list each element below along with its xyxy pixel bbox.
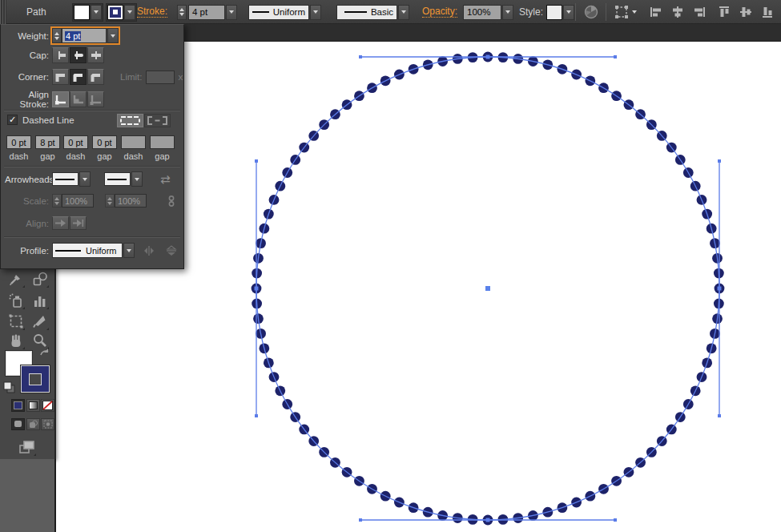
artboard-tool[interactable] xyxy=(6,312,26,331)
chevron-down-icon xyxy=(566,10,571,14)
profile-select[interactable]: Uniform xyxy=(52,243,123,258)
style-control xyxy=(546,0,574,24)
stroke-dropdown-button[interactable] xyxy=(124,5,135,20)
gap-input-1[interactable]: 8 pt xyxy=(35,135,60,149)
line-preview-icon xyxy=(107,179,127,180)
dash-input-2[interactable]: 0 pt xyxy=(63,135,88,149)
draw-behind-button[interactable] xyxy=(26,418,40,430)
limit-input xyxy=(146,71,175,84)
preserve-dashes-button[interactable] xyxy=(117,114,143,127)
none-mode-button[interactable] xyxy=(41,399,54,412)
line-preview-icon xyxy=(55,179,74,180)
align-right-button[interactable] xyxy=(692,0,707,24)
stepper-down-icon xyxy=(54,202,59,205)
stroke-panel-link[interactable]: Stroke: xyxy=(137,0,167,24)
align-left-button[interactable] xyxy=(649,0,663,24)
align-stroke-center-button[interactable] xyxy=(52,91,69,107)
line-preview-icon xyxy=(252,11,269,13)
default-fill-stroke-icon[interactable] xyxy=(3,381,15,393)
swap-fill-stroke-icon[interactable] xyxy=(38,348,50,359)
style-dropdown[interactable] xyxy=(563,5,574,20)
brush-definition-dropdown[interactable] xyxy=(398,5,409,20)
slice-tool[interactable] xyxy=(30,312,50,331)
align-dashes-button[interactable] xyxy=(144,114,171,127)
cap-label: Cap: xyxy=(1,50,49,60)
brush-definition-select[interactable]: Basic xyxy=(336,5,397,20)
stepper-down-icon xyxy=(107,202,112,205)
width-profile-dropdown[interactable] xyxy=(310,5,321,20)
align-vertical-center-button[interactable] xyxy=(739,0,753,24)
arrowhead-end-select[interactable] xyxy=(104,172,131,186)
dash-input-1[interactable]: 0 pt xyxy=(6,135,31,149)
color-mode-button[interactable] xyxy=(11,399,25,412)
stroke-swatch[interactable] xyxy=(107,5,123,20)
opacity-link[interactable]: Opacity: xyxy=(422,0,457,24)
stroke-weight-input[interactable]: 4 pt xyxy=(188,5,225,20)
miter-join-button[interactable] xyxy=(52,69,69,85)
weight-stepper[interactable] xyxy=(177,5,187,20)
transform-control[interactable] xyxy=(614,0,637,24)
blend-tool[interactable] xyxy=(30,269,50,288)
projecting-cap-button[interactable] xyxy=(87,47,104,63)
eyedropper-tool[interactable] xyxy=(6,269,26,288)
chevron-down-icon xyxy=(94,10,99,14)
align-arrow-end-button xyxy=(70,216,87,230)
fill-swatch[interactable] xyxy=(74,5,90,20)
stroke-weight-dropdown[interactable] xyxy=(226,5,237,20)
fill-dropdown-button[interactable] xyxy=(91,5,102,20)
knife-icon xyxy=(32,313,48,329)
butt-cap-button[interactable] xyxy=(52,47,69,63)
panel-grip[interactable] xyxy=(0,0,6,24)
line-preview-icon xyxy=(344,11,367,13)
document-setup-button[interactable] xyxy=(582,0,601,24)
gradient-mode-button[interactable] xyxy=(26,399,40,412)
arrowhead-start-select[interactable] xyxy=(52,172,79,186)
width-profile-select[interactable]: Uniform xyxy=(248,5,309,20)
line-preview-icon xyxy=(55,250,81,252)
draw-normal-button[interactable] xyxy=(11,418,25,430)
align-top-button[interactable] xyxy=(717,0,731,24)
stepper-up-icon xyxy=(179,8,184,11)
stroke-color-swatch[interactable] xyxy=(21,365,50,393)
draw-inside-button[interactable] xyxy=(41,418,54,430)
arrowheads-label: Arrowheads: xyxy=(1,175,51,184)
align-horizontal-center-button[interactable] xyxy=(670,0,685,24)
align-stroke-center-icon xyxy=(54,95,66,105)
align-vertical-center-icon xyxy=(739,6,752,18)
gap-input-3[interactable] xyxy=(150,135,175,149)
align-bottom-button[interactable] xyxy=(760,0,775,24)
arrowhead-start-dropdown[interactable] xyxy=(79,171,91,187)
arrowhead-end-dropdown[interactable] xyxy=(131,171,143,187)
style-swatch[interactable] xyxy=(546,5,562,20)
illustrator-window: { "app": { "selection_label": "Path" }, … xyxy=(0,0,781,532)
bar-chart-icon xyxy=(32,292,48,308)
stepper-up-icon xyxy=(54,32,59,35)
bevel-join-button[interactable] xyxy=(87,69,104,85)
screen-mode-button[interactable] xyxy=(18,437,37,457)
projecting-cap-icon xyxy=(90,50,102,60)
stepper-up-icon xyxy=(54,197,59,200)
weight-dropdown[interactable] xyxy=(107,28,119,43)
hand-tool[interactable] xyxy=(6,331,26,350)
preserve-dashes-icon xyxy=(120,116,140,125)
gap-input-2[interactable]: 0 pt xyxy=(92,135,117,149)
align-stroke-inside-button[interactable] xyxy=(70,91,87,107)
symbol-sprayer-tool[interactable] xyxy=(6,291,26,310)
column-graph-tool[interactable] xyxy=(30,291,50,310)
round-cap-button[interactable] xyxy=(70,47,87,63)
miter-join-icon xyxy=(54,72,66,83)
round-join-button[interactable] xyxy=(70,69,87,85)
align-stroke-outside-button[interactable] xyxy=(87,91,104,107)
draw-behind-icon xyxy=(29,420,38,429)
opacity-dropdown[interactable] xyxy=(502,5,513,20)
divider xyxy=(4,166,180,167)
profile-dropdown[interactable] xyxy=(123,243,135,258)
dash-input-3[interactable] xyxy=(121,135,146,149)
chevron-down-icon xyxy=(111,34,115,38)
weight-stepper[interactable] xyxy=(52,28,62,43)
weight-input[interactable]: 4 pt xyxy=(62,28,107,43)
chevron-down-icon xyxy=(632,10,637,14)
flip-along-icon xyxy=(143,245,155,256)
opacity-input[interactable]: 100% xyxy=(463,5,501,20)
dashed-line-checkbox[interactable]: ✓ xyxy=(7,115,18,125)
